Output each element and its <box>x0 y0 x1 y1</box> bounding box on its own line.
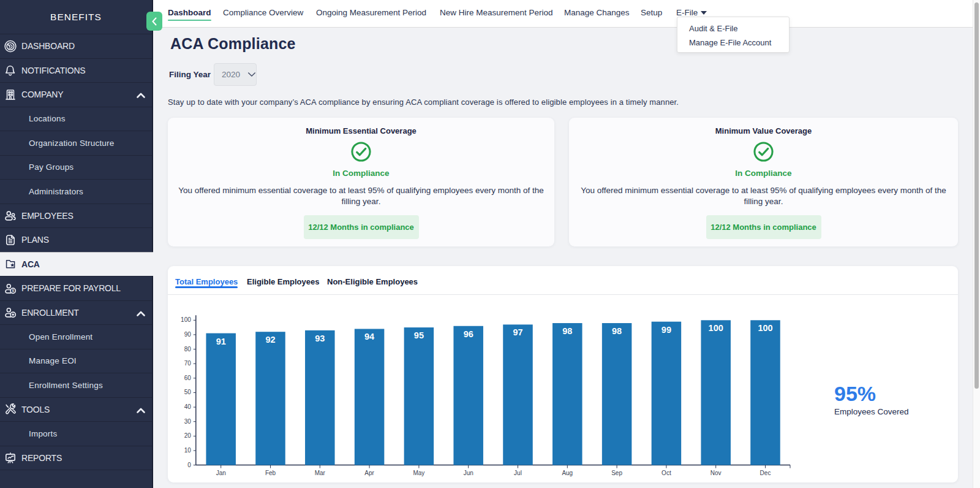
svg-text:94: 94 <box>364 332 374 341</box>
svg-text:92: 92 <box>265 335 275 345</box>
svg-text:70: 70 <box>184 360 192 367</box>
svg-text:97: 97 <box>513 327 522 337</box>
svg-text:Apr: Apr <box>364 470 374 476</box>
svg-text:93: 93 <box>315 334 325 343</box>
svg-text:Jul: Jul <box>514 470 522 476</box>
svg-text:Feb: Feb <box>265 470 276 476</box>
svg-text:99: 99 <box>662 325 671 335</box>
svg-text:100: 100 <box>181 316 191 323</box>
svg-text:90: 90 <box>184 331 192 338</box>
svg-text:Jun: Jun <box>464 470 473 476</box>
svg-text:60: 60 <box>184 375 192 381</box>
svg-text:10: 10 <box>184 447 192 454</box>
svg-text:98: 98 <box>612 326 622 336</box>
svg-text:40: 40 <box>184 403 192 410</box>
svg-text:96: 96 <box>464 329 473 339</box>
svg-text:50: 50 <box>184 389 192 395</box>
svg-text:Nov: Nov <box>710 470 722 476</box>
svg-text:100: 100 <box>709 323 723 333</box>
svg-text:95: 95 <box>414 330 424 340</box>
svg-text:80: 80 <box>184 346 192 353</box>
svg-text:Aug: Aug <box>562 470 573 476</box>
svg-text:May: May <box>413 470 424 476</box>
svg-text:91: 91 <box>216 337 226 346</box>
svg-text:98: 98 <box>562 326 572 336</box>
svg-text:Oct: Oct <box>662 470 671 476</box>
svg-text:Dec: Dec <box>760 470 771 476</box>
svg-text:100: 100 <box>758 323 772 333</box>
svg-text:Mar: Mar <box>315 470 326 476</box>
svg-text:Jan: Jan <box>216 470 226 476</box>
svg-text:30: 30 <box>184 418 192 425</box>
svg-text:0: 0 <box>187 462 191 468</box>
svg-text:Sep: Sep <box>611 470 622 476</box>
svg-text:20: 20 <box>184 432 192 439</box>
